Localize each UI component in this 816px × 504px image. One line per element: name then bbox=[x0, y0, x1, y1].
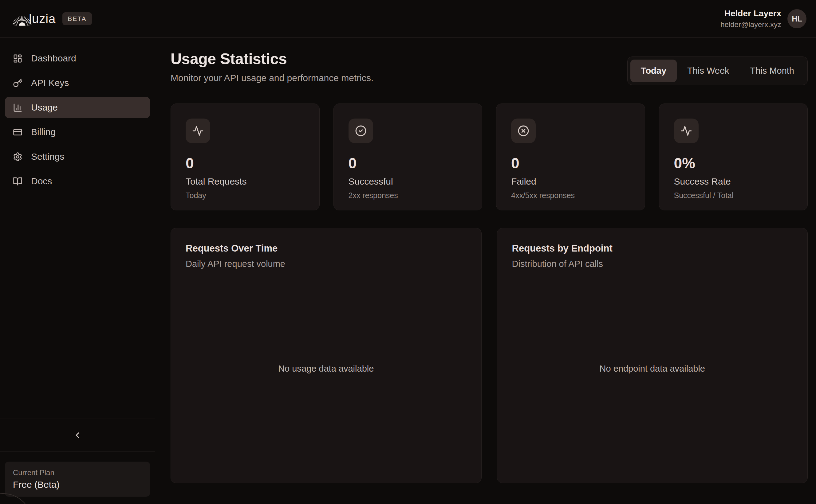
page-header: Usage Statistics Monitor your API usage … bbox=[171, 51, 808, 85]
key-icon bbox=[13, 78, 22, 88]
check-circle-icon bbox=[355, 125, 367, 137]
plan-section: Current Plan Free (Beta) bbox=[0, 451, 155, 504]
stat-sublabel: 4xx/5xx responses bbox=[511, 191, 630, 200]
beta-badge: BETA bbox=[62, 12, 92, 25]
page-title: Usage Statistics bbox=[171, 51, 373, 67]
stat-card-successful: 0 Successful 2xx responses bbox=[333, 104, 483, 210]
chart-empty-state: No usage data available bbox=[186, 269, 467, 468]
usage-page: Usage Statistics Monitor your API usage … bbox=[155, 38, 816, 483]
chart-title: Requests by Endpoint bbox=[512, 243, 793, 254]
sidebar-item-label: API Keys bbox=[31, 78, 69, 88]
chart-subtitle: Distribution of API calls bbox=[512, 259, 793, 269]
avatar[interactable]: HL bbox=[787, 9, 806, 28]
stat-sublabel: Successful / Total bbox=[674, 191, 793, 200]
chart-subtitle: Daily API request volume bbox=[186, 259, 467, 269]
sidebar-item-dashboard[interactable]: Dashboard bbox=[5, 48, 150, 69]
sidebar-item-label: Usage bbox=[31, 102, 58, 113]
current-plan-label: Current Plan bbox=[13, 468, 142, 477]
dashboard-icon bbox=[13, 54, 22, 63]
charts-row: Requests Over Time Daily API request vol… bbox=[171, 228, 808, 483]
stat-value: 0 bbox=[348, 156, 468, 171]
topbar: Helder Layerx helder@layerx.xyz HL bbox=[155, 0, 816, 38]
brand-name: luzia bbox=[29, 12, 56, 26]
stats-row: 0 Total Requests Today 0 Successful 2xx … bbox=[171, 104, 808, 210]
stat-sublabel: 2xx responses bbox=[348, 191, 468, 200]
book-open-icon bbox=[13, 177, 22, 186]
avatar-initials: HL bbox=[792, 14, 802, 23]
user-name: Helder Layerx bbox=[720, 9, 781, 18]
stat-label: Total Requests bbox=[186, 176, 304, 187]
stat-sublabel: Today bbox=[186, 191, 304, 200]
user-email: helder@layerx.xyz bbox=[720, 20, 781, 29]
tab-this-month[interactable]: This Month bbox=[740, 60, 805, 82]
chart-card-requests-by-endpoint: Requests by Endpoint Distribution of API… bbox=[497, 228, 808, 483]
sidebar-spacer bbox=[0, 195, 155, 419]
stat-card-success-rate: 0% Success Rate Successful / Total bbox=[659, 104, 808, 210]
credit-card-icon bbox=[13, 127, 22, 137]
stat-label: Successful bbox=[348, 176, 468, 187]
stat-label: Failed bbox=[511, 176, 630, 187]
sidebar-item-billing[interactable]: Billing bbox=[5, 121, 150, 143]
stat-icon-box bbox=[674, 119, 699, 143]
sidebar: luzia BETA Dashboard API Keys Usage bbox=[0, 0, 155, 504]
activity-icon bbox=[681, 125, 692, 137]
tab-today[interactable]: Today bbox=[630, 60, 677, 82]
sidebar-item-label: Billing bbox=[31, 127, 56, 137]
sidebar-collapse-button[interactable] bbox=[0, 419, 155, 451]
page-title-block: Usage Statistics Monitor your API usage … bbox=[171, 51, 373, 83]
sidebar-item-settings[interactable]: Settings bbox=[5, 146, 150, 167]
stat-value: 0% bbox=[674, 156, 793, 171]
time-range-tabs: Today This Week This Month bbox=[627, 57, 808, 85]
activity-icon bbox=[192, 125, 204, 137]
chart-card-requests-over-time: Requests Over Time Daily API request vol… bbox=[171, 228, 482, 483]
sidebar-item-label: Settings bbox=[31, 151, 64, 162]
stat-icon-box bbox=[348, 119, 373, 143]
sidebar-item-label: Dashboard bbox=[31, 53, 76, 64]
sidebar-nav: Dashboard API Keys Usage Billing Se bbox=[0, 38, 155, 195]
gear-icon bbox=[13, 152, 22, 162]
sidebar-item-api-keys[interactable]: API Keys bbox=[5, 72, 150, 94]
sidebar-item-usage[interactable]: Usage bbox=[5, 97, 150, 118]
stat-icon-box bbox=[511, 119, 536, 143]
tab-this-week[interactable]: This Week bbox=[677, 60, 740, 82]
stat-value: 0 bbox=[511, 156, 630, 171]
current-plan-card: Current Plan Free (Beta) bbox=[5, 462, 150, 497]
x-circle-icon bbox=[518, 125, 529, 137]
main-area: Helder Layerx helder@layerx.xyz HL Usage… bbox=[155, 0, 816, 504]
brand-header: luzia BETA bbox=[0, 0, 155, 38]
sidebar-item-label: Docs bbox=[31, 176, 52, 186]
chart-empty-state: No endpoint data available bbox=[512, 269, 793, 468]
bar-chart-icon bbox=[13, 103, 22, 112]
stat-card-total-requests: 0 Total Requests Today bbox=[171, 104, 320, 210]
sidebar-item-docs[interactable]: Docs bbox=[5, 170, 150, 192]
stat-value: 0 bbox=[186, 156, 304, 171]
user-info: Helder Layerx helder@layerx.xyz bbox=[720, 9, 781, 29]
stat-card-failed: 0 Failed 4xx/5xx responses bbox=[496, 104, 645, 210]
page-subtitle: Monitor your API usage and performance m… bbox=[171, 73, 373, 83]
chart-title: Requests Over Time bbox=[186, 243, 467, 254]
current-plan-value: Free (Beta) bbox=[13, 479, 142, 490]
stat-icon-box bbox=[186, 119, 210, 143]
chevron-left-icon bbox=[73, 431, 82, 440]
stat-label: Success Rate bbox=[674, 176, 793, 187]
